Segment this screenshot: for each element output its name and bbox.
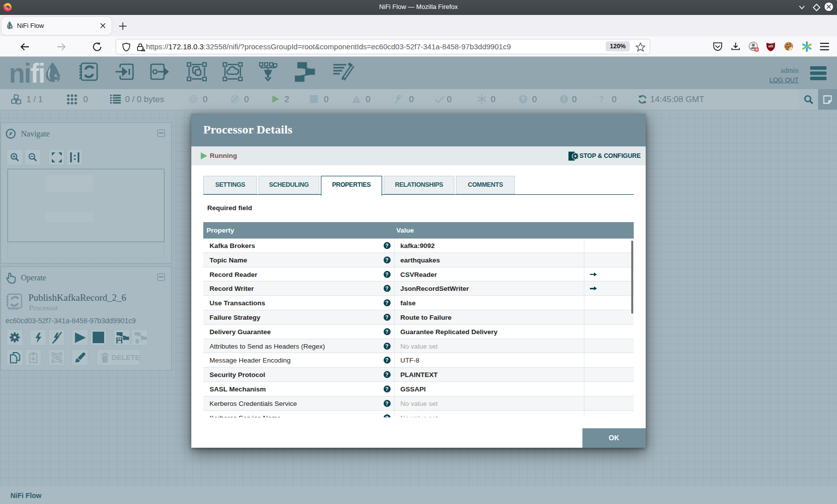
- svg-text:uO: uO: [768, 44, 773, 48]
